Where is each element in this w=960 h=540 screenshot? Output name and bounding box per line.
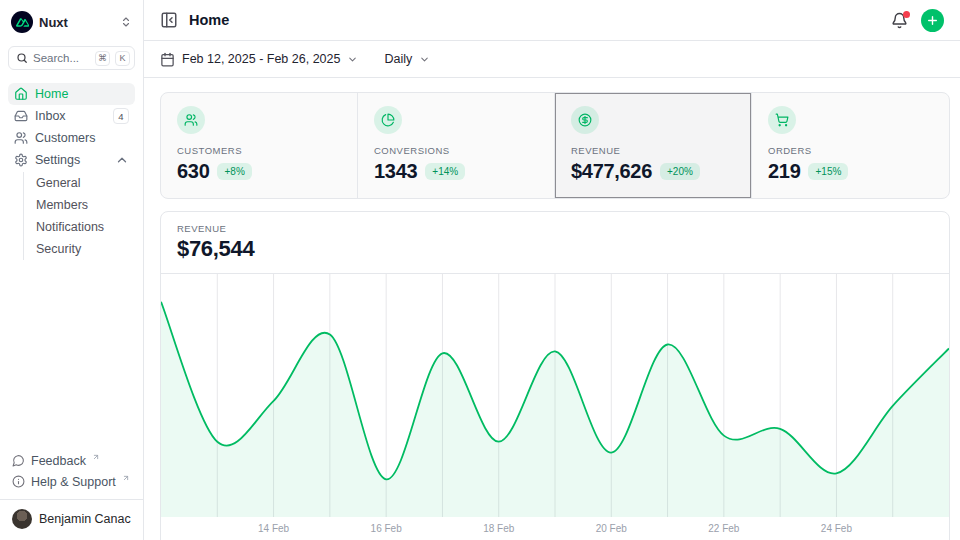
- inbox-count-badge: 4: [113, 108, 129, 124]
- sub-item-label: Security: [36, 242, 81, 256]
- stat-delta-badge: +14%: [425, 163, 465, 180]
- feedback-label: Feedback: [31, 454, 86, 468]
- inbox-icon: [14, 109, 28, 123]
- stat-value: 630: [177, 160, 209, 183]
- granularity-value: Daily: [384, 52, 412, 66]
- search-icon: [16, 52, 28, 64]
- home-icon: [14, 87, 28, 101]
- chevrons-up-down-icon: [120, 16, 132, 28]
- stat-card-revenue[interactable]: REVENUE $477,626 +20%: [555, 93, 752, 198]
- team-name: Nuxt: [39, 15, 114, 30]
- revenue-area-chart: [161, 274, 949, 517]
- settings-submenu: General Members Notifications Security: [23, 172, 135, 260]
- sidebar-item-general[interactable]: General: [26, 172, 135, 194]
- chart-header: REVENUE $76,544: [161, 212, 949, 274]
- chart-x-axis: 14 Feb16 Feb18 Feb20 Feb22 Feb24 Feb: [161, 517, 949, 540]
- gear-icon: [14, 153, 28, 167]
- sidebar-spacer: [8, 260, 135, 450]
- sidebar-item-home[interactable]: Home: [8, 83, 135, 105]
- filters-toolbar: Feb 12, 2025 - Feb 26, 2025 Daily: [144, 41, 960, 78]
- stat-card-conversions[interactable]: CONVERSIONS 1343 +14%: [358, 93, 555, 198]
- sidebar-item-settings[interactable]: Settings: [8, 149, 135, 171]
- kbd-cmd: ⌘: [95, 51, 110, 66]
- team-switcher[interactable]: Nuxt: [8, 10, 135, 34]
- stat-value: 1343: [374, 160, 417, 183]
- main-panel: Home Feb 12, 2025 - Feb 26, 2025 Daily: [144, 0, 960, 540]
- sub-item-label: General: [36, 176, 80, 190]
- sidebar-item-label: Home: [35, 87, 68, 101]
- nuxt-logo-icon: [11, 11, 33, 33]
- sidebar-item-label: Customers: [35, 131, 95, 145]
- cart-icon: [768, 106, 796, 134]
- granularity-select[interactable]: Daily: [384, 52, 430, 66]
- calendar-icon: [160, 52, 175, 67]
- content-area: CUSTOMERS 630 +8% CONVERSIONS 1343 +14%: [144, 78, 960, 540]
- chevron-down-icon: [419, 54, 430, 65]
- x-tick-label: 24 Feb: [821, 523, 852, 534]
- stat-value: 219: [768, 160, 800, 183]
- stat-delta-badge: +20%: [660, 163, 700, 180]
- sidebar: Nuxt Search... ⌘ K Home Inbox 4 Customer…: [0, 0, 144, 540]
- pie-chart-icon: [374, 106, 402, 134]
- help-support-label: Help & Support: [31, 475, 116, 489]
- sidebar-item-security[interactable]: Security: [26, 238, 135, 260]
- search-input[interactable]: Search... ⌘ K: [8, 46, 135, 70]
- header-actions: [891, 9, 944, 32]
- stat-label: CONVERSIONS: [374, 145, 538, 156]
- sidebar-item-inbox[interactable]: Inbox 4: [8, 105, 135, 127]
- sidebar-item-notifications[interactable]: Notifications: [26, 216, 135, 238]
- x-tick-label: 18 Feb: [483, 523, 514, 534]
- sidebar-item-label: Inbox: [35, 109, 66, 123]
- users-icon: [14, 131, 28, 145]
- sidebar-item-members[interactable]: Members: [26, 194, 135, 216]
- x-tick-label: 22 Feb: [708, 523, 739, 534]
- user-name: Benjamin Canac: [39, 512, 131, 526]
- sidebar-divider: [0, 499, 143, 500]
- stat-card-customers[interactable]: CUSTOMERS 630 +8%: [161, 93, 358, 198]
- dashboard-app: Nuxt Search... ⌘ K Home Inbox 4 Customer…: [0, 0, 960, 540]
- sidebar-item-customers[interactable]: Customers: [8, 127, 135, 149]
- page-title: Home: [189, 12, 229, 28]
- x-tick-label: 14 Feb: [258, 523, 289, 534]
- arrow-up-right-icon: [122, 474, 130, 482]
- notification-dot: [903, 11, 910, 18]
- add-button[interactable]: [921, 9, 944, 32]
- revenue-chart-plot[interactable]: [161, 274, 949, 517]
- stat-value: $477,626: [571, 160, 652, 183]
- message-bubble-icon: [12, 454, 25, 467]
- sub-item-label: Notifications: [36, 220, 104, 234]
- sub-item-label: Members: [36, 198, 88, 212]
- user-menu[interactable]: Benjamin Canac: [8, 506, 135, 532]
- stat-label: CUSTOMERS: [177, 145, 341, 156]
- stat-delta-badge: +15%: [808, 163, 848, 180]
- revenue-chart-card: REVENUE $76,544 14 Feb16 Feb18 Feb20 Feb…: [160, 211, 950, 540]
- x-tick-label: 16 Feb: [371, 523, 402, 534]
- sidebar-item-label: Settings: [35, 153, 80, 167]
- feedback-link[interactable]: Feedback: [8, 450, 135, 471]
- date-range-value: Feb 12, 2025 - Feb 26, 2025: [182, 52, 340, 66]
- avatar: [12, 509, 32, 529]
- stat-label: REVENUE: [571, 145, 735, 156]
- notifications-button[interactable]: [891, 12, 908, 29]
- kbd-k: K: [115, 51, 130, 66]
- stat-label: ORDERS: [768, 145, 933, 156]
- arrow-up-right-icon: [92, 453, 100, 461]
- help-support-link[interactable]: Help & Support: [8, 471, 135, 492]
- chevron-down-icon: [347, 54, 358, 65]
- date-range-picker[interactable]: Feb 12, 2025 - Feb 26, 2025: [160, 52, 358, 67]
- chart-title: REVENUE: [177, 223, 933, 234]
- panel-left-close-icon[interactable]: [160, 11, 178, 29]
- stat-card-orders[interactable]: ORDERS 219 +15%: [752, 93, 949, 198]
- stat-delta-badge: +8%: [217, 163, 251, 180]
- users-icon: [177, 106, 205, 134]
- page-header: Home: [144, 0, 960, 41]
- x-tick-label: 20 Feb: [596, 523, 627, 534]
- stats-row: CUSTOMERS 630 +8% CONVERSIONS 1343 +14%: [160, 92, 950, 199]
- chevron-up-icon: [115, 153, 129, 167]
- search-placeholder: Search...: [33, 52, 90, 64]
- chart-current-value: $76,544: [177, 236, 933, 262]
- dollar-circle-icon: [571, 106, 599, 134]
- info-circle-icon: [12, 475, 25, 488]
- plus-icon: [926, 14, 939, 27]
